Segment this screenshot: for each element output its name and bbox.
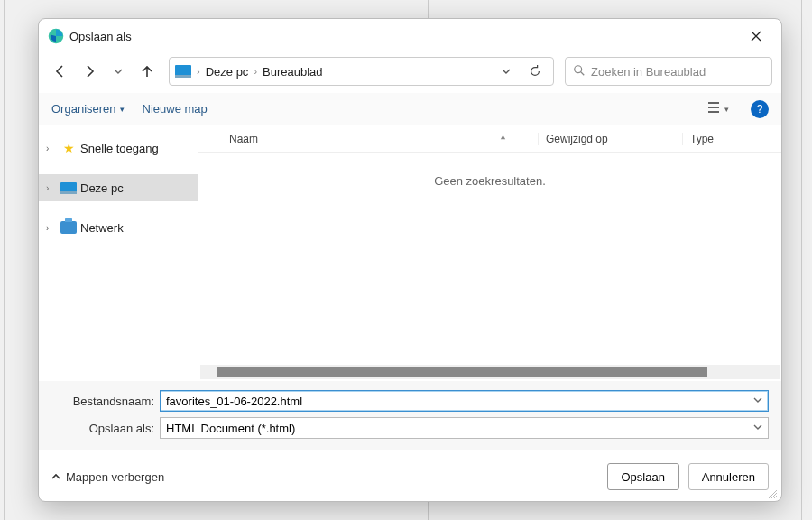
recent-dropdown[interactable] bbox=[106, 59, 131, 84]
chevron-up-icon bbox=[51, 470, 60, 484]
svg-point-1 bbox=[575, 65, 582, 72]
breadcrumb-root[interactable]: Deze pc bbox=[206, 65, 249, 79]
scrollbar-thumb[interactable] bbox=[217, 367, 707, 377]
save-as-dialog: Opslaan als › Deze pc › Bureaublad bbox=[38, 18, 782, 502]
main-area: › ★ Snelle toegang › Deze pc › Netwerk N… bbox=[39, 125, 781, 381]
horizontal-scrollbar[interactable] bbox=[200, 365, 780, 379]
window-title: Opslaan als bbox=[69, 30, 740, 43]
back-button[interactable] bbox=[48, 59, 73, 84]
cancel-button[interactable]: Annuleren bbox=[688, 463, 769, 490]
chevron-down-icon: ▾ bbox=[120, 105, 125, 114]
file-list: Naam Gewijzigd op Type Geen zoekresultat… bbox=[198, 125, 781, 381]
star-icon: ★ bbox=[60, 141, 77, 155]
new-folder-button[interactable]: Nieuwe map bbox=[143, 102, 208, 116]
save-button[interactable]: Opslaan bbox=[607, 463, 679, 490]
chevron-right-icon: › bbox=[46, 183, 57, 193]
search-input[interactable]: Zoeken in Bureaublad bbox=[565, 57, 772, 86]
resize-grip-icon[interactable] bbox=[767, 487, 778, 497]
forward-button[interactable] bbox=[77, 59, 102, 84]
chevron-right-icon: › bbox=[46, 223, 57, 233]
address-bar[interactable]: › Deze pc › Bureaublad bbox=[169, 57, 554, 86]
chevron-right-icon: › bbox=[254, 66, 257, 77]
this-pc-icon bbox=[175, 65, 191, 78]
tree-item-this-pc[interactable]: › Deze pc bbox=[39, 174, 198, 201]
filetype-select[interactable]: HTML Document (*.html) bbox=[160, 417, 769, 439]
search-placeholder: Zoeken in Bureaublad bbox=[591, 65, 706, 79]
hide-folders-toggle[interactable]: Mappen verbergen bbox=[51, 470, 164, 484]
address-dropdown[interactable] bbox=[494, 59, 519, 84]
filetype-label: Opslaan als: bbox=[51, 422, 160, 435]
chevron-right-icon: › bbox=[197, 66, 200, 77]
edge-icon bbox=[48, 28, 64, 44]
network-icon bbox=[60, 221, 77, 234]
chevron-down-icon[interactable] bbox=[753, 395, 762, 406]
titlebar: Opslaan als bbox=[39, 19, 781, 53]
toolbar: Organiseren ▾ Nieuwe map ▾ ? bbox=[39, 93, 781, 125]
monitor-icon bbox=[60, 182, 77, 194]
search-icon bbox=[573, 64, 586, 79]
column-modified[interactable]: Gewijzigd op bbox=[538, 133, 682, 145]
folder-tree: › ★ Snelle toegang › Deze pc › Netwerk bbox=[39, 125, 198, 381]
help-button[interactable]: ? bbox=[751, 100, 769, 118]
tree-item-network[interactable]: › Netwerk bbox=[39, 214, 198, 241]
organize-button[interactable]: Organiseren ▾ bbox=[51, 102, 125, 116]
navigation-bar: › Deze pc › Bureaublad Zoeken in Bureaub… bbox=[39, 53, 781, 93]
up-button[interactable] bbox=[134, 59, 160, 84]
chevron-down-icon: ▾ bbox=[724, 105, 729, 114]
list-view-icon bbox=[706, 101, 721, 117]
close-button[interactable] bbox=[740, 23, 772, 49]
column-type[interactable]: Type bbox=[682, 133, 781, 145]
sort-indicator-icon bbox=[496, 134, 509, 144]
empty-state: Geen zoekresultaten. bbox=[198, 153, 781, 365]
view-options-button[interactable]: ▾ bbox=[703, 98, 733, 120]
dialog-footer: Mappen verbergen Opslaan Annuleren bbox=[39, 450, 781, 501]
filename-label: Bestandsnaam: bbox=[51, 395, 160, 408]
tree-item-quick-access[interactable]: › ★ Snelle toegang bbox=[39, 135, 198, 162]
chevron-down-icon[interactable] bbox=[753, 422, 762, 433]
column-headers: Naam Gewijzigd op Type bbox=[198, 125, 781, 153]
filename-input[interactable]: favorites_01-06-2022.html bbox=[160, 390, 769, 412]
save-fields: Bestandsnaam: favorites_01-06-2022.html … bbox=[39, 381, 781, 450]
breadcrumb-current[interactable]: Bureaublad bbox=[263, 65, 323, 79]
column-name[interactable]: Naam bbox=[198, 133, 496, 145]
chevron-right-icon: › bbox=[46, 144, 57, 153]
refresh-button[interactable] bbox=[522, 59, 548, 84]
